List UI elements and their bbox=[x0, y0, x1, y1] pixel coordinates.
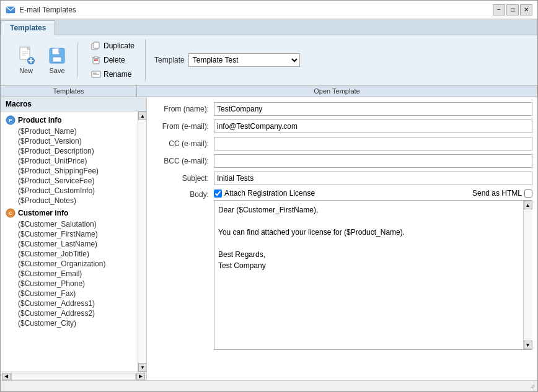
save-label: Save bbox=[49, 67, 64, 74]
title-bar: E-mail Templates − □ ✕ bbox=[1, 1, 537, 19]
list-item[interactable]: ($Customer_Phone) bbox=[1, 279, 138, 289]
save-button[interactable]: Save bbox=[43, 43, 71, 77]
maximize-button[interactable]: □ bbox=[506, 4, 519, 15]
new-label: New bbox=[19, 67, 33, 74]
list-item[interactable]: ($Customer_Fax) bbox=[1, 289, 138, 298]
svg-rect-14 bbox=[94, 42, 99, 48]
scroll-left-button[interactable]: ◀ bbox=[2, 373, 11, 380]
list-item[interactable]: ($Customer_Address2) bbox=[1, 308, 138, 318]
template-dropdown[interactable]: Template Test bbox=[188, 53, 300, 67]
bcc-input[interactable] bbox=[214, 154, 532, 168]
list-item[interactable]: ($Product_Name) bbox=[1, 126, 138, 136]
email-icon bbox=[6, 5, 15, 15]
macros-outer: P Product info ($Product_Name) ($Product… bbox=[1, 111, 146, 372]
body-controls: Attach Registration License Send as HTML… bbox=[214, 189, 532, 350]
rename-icon bbox=[91, 69, 101, 79]
scroll-track bbox=[138, 120, 146, 363]
cc-input[interactable] bbox=[214, 137, 532, 150]
body-options: Attach Registration License Send as HTML bbox=[214, 189, 532, 198]
tree-group-customer-header[interactable]: C Customer info bbox=[1, 207, 138, 219]
list-item[interactable]: ($Customer_LastName) bbox=[1, 239, 138, 249]
svg-rect-11 bbox=[53, 57, 61, 62]
ribbon-footer: Templates Open Template bbox=[1, 85, 537, 97]
attach-license-checkbox[interactable] bbox=[214, 189, 222, 198]
delete-button[interactable]: Delete bbox=[87, 53, 139, 67]
send-as-html-checkbox[interactable] bbox=[524, 189, 532, 198]
list-item[interactable]: ($Product_Description) bbox=[1, 146, 138, 156]
list-item[interactable]: ($Customer_Organization) bbox=[1, 259, 138, 269]
ribbon-small-actions: Duplicate Delete bbox=[87, 39, 139, 81]
duplicate-button[interactable]: Duplicate bbox=[87, 39, 139, 53]
tree-group-customer: C Customer info ($Customer_Salutation) (… bbox=[1, 207, 138, 328]
scroll-right-button[interactable]: ▶ bbox=[136, 373, 145, 380]
macros-vertical-scrollbar[interactable]: ▲ ▼ bbox=[138, 111, 146, 372]
attach-license-row: Attach Registration License bbox=[214, 189, 315, 198]
new-button[interactable]: New bbox=[12, 43, 40, 77]
ribbon-footer-templates[interactable]: Templates bbox=[1, 85, 137, 97]
from-email-input[interactable] bbox=[214, 120, 532, 133]
rename-label: Rename bbox=[104, 70, 131, 79]
textarea-scroll-track bbox=[524, 209, 532, 341]
scroll-down-button[interactable]: ▼ bbox=[138, 363, 146, 372]
tree-group-product-header[interactable]: P Product info bbox=[1, 114, 138, 126]
close-button[interactable]: ✕ bbox=[520, 4, 532, 15]
list-item[interactable]: ($Customer_JobTitle) bbox=[1, 249, 138, 259]
list-item[interactable]: ($Product_Notes) bbox=[1, 196, 138, 206]
subject-input[interactable] bbox=[214, 172, 532, 185]
from-name-input[interactable] bbox=[214, 102, 532, 116]
tree-group-product: P Product info ($Product_Name) ($Product… bbox=[1, 114, 138, 206]
delete-icon bbox=[91, 55, 101, 65]
template-selector: Template Template Test bbox=[154, 53, 300, 67]
product-group-icon: P bbox=[6, 115, 15, 125]
textarea-scroll-up[interactable]: ▲ bbox=[524, 201, 532, 209]
macros-title: Macros bbox=[1, 97, 146, 111]
send-as-html-row: Send as HTML bbox=[472, 189, 532, 198]
ribbon-tabs: Templates bbox=[1, 19, 537, 35]
bcc-label: BCC (e-mail): bbox=[152, 157, 214, 165]
from-email-row: From (e-mail): bbox=[152, 120, 532, 133]
list-item[interactable]: ($Customer_Email) bbox=[1, 269, 138, 279]
list-item[interactable]: ($Product_ServiceFee) bbox=[1, 176, 138, 186]
svg-text:P: P bbox=[9, 118, 12, 123]
minimize-button[interactable]: − bbox=[493, 4, 505, 15]
list-item[interactable]: ($Product_Version) bbox=[1, 136, 138, 146]
list-item[interactable]: ($Product_CustomInfo) bbox=[1, 186, 138, 196]
customer-info-label: Customer info bbox=[18, 209, 68, 217]
macros-horizontal-scrollbar[interactable]: ◀ ▶ bbox=[1, 372, 146, 380]
form-panel: From (name): From (e-mail): CC (e-mail):… bbox=[147, 97, 537, 380]
list-item[interactable]: ($Customer_FirstName) bbox=[1, 229, 138, 239]
ribbon-group-new-save: New Save bbox=[6, 43, 78, 77]
resize-icon: ⊿ bbox=[530, 383, 535, 390]
bcc-row: BCC (e-mail): bbox=[152, 154, 532, 168]
list-item[interactable]: ($Customer_Salutation) bbox=[1, 219, 138, 229]
svg-rect-12 bbox=[58, 49, 60, 53]
rename-button[interactable]: Rename bbox=[87, 68, 139, 81]
list-item[interactable]: ($Customer_City) bbox=[1, 318, 138, 328]
scroll-up-button[interactable]: ▲ bbox=[138, 111, 146, 120]
save-icon bbox=[47, 46, 67, 66]
body-textarea[interactable]: Dear ($Customer_FirstName), You can find… bbox=[214, 201, 523, 349]
attach-license-label: Attach Registration License bbox=[224, 189, 315, 198]
title-bar-controls: − □ ✕ bbox=[493, 4, 532, 15]
product-info-label: Product info bbox=[18, 116, 62, 124]
tab-templates[interactable]: Templates bbox=[1, 20, 55, 35]
title-bar-left: E-mail Templates bbox=[6, 5, 76, 15]
list-item[interactable]: ($Product_ShippingFee) bbox=[1, 166, 138, 176]
svg-text:C: C bbox=[9, 211, 12, 216]
h-scroll-track bbox=[11, 373, 136, 380]
ribbon-group-template: Template Template Test bbox=[148, 53, 306, 67]
svg-rect-15 bbox=[93, 58, 99, 64]
from-email-label: From (e-mail): bbox=[152, 122, 214, 131]
status-bar: ⊿ bbox=[1, 380, 537, 391]
textarea-scroll-down[interactable]: ▼ bbox=[524, 341, 532, 349]
ribbon-footer-open-template[interactable]: Open Template bbox=[137, 85, 537, 97]
template-label: Template bbox=[154, 56, 185, 64]
customer-group-icon: C bbox=[6, 208, 15, 218]
list-item[interactable]: ($Product_UnitPrice) bbox=[1, 156, 138, 166]
from-name-label: From (name): bbox=[152, 105, 214, 113]
ribbon-group-actions: Duplicate Delete bbox=[81, 39, 146, 81]
ribbon: Templates bbox=[1, 19, 537, 97]
body-label: Body: bbox=[152, 189, 214, 199]
main-content: Macros P Product info bbox=[1, 97, 537, 380]
list-item[interactable]: ($Customer_Address1) bbox=[1, 298, 138, 308]
